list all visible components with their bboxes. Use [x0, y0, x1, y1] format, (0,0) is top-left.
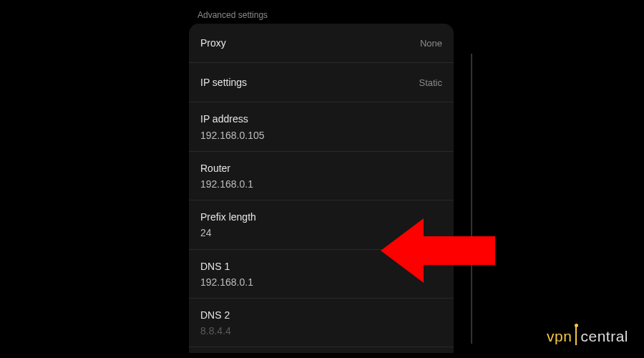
prefix-length-value: 24	[200, 226, 442, 239]
watermark-part1: vpn	[547, 328, 572, 345]
ip-settings-value: Static	[419, 77, 442, 88]
row-ip-address[interactable]: IP address 192.168.0.105	[189, 102, 454, 151]
watermark-part2: central	[580, 328, 628, 345]
ip-settings-label: IP settings	[200, 76, 442, 89]
proxy-label: Proxy	[200, 37, 442, 49]
row-proxy[interactable]: Proxy None	[189, 24, 454, 63]
dns1-label: DNS 1	[200, 260, 442, 273]
watermark-logo: vpn central	[547, 327, 628, 346]
scrollbar[interactable]	[471, 54, 472, 344]
row-dns2[interactable]: DNS 2 8.8.4.4	[189, 299, 454, 347]
router-label: Router	[200, 162, 442, 175]
ip-address-label: IP address	[200, 112, 442, 125]
router-value: 192.168.0.1	[200, 178, 442, 190]
row-router[interactable]: Router 192.168.0.1	[189, 152, 454, 200]
dns2-label: DNS 2	[200, 309, 442, 321]
row-prefix-length[interactable]: Prefix length 24	[189, 200, 454, 249]
row-dns1[interactable]: DNS 1 192.168.0.1	[189, 250, 454, 299]
advanced-settings-panel: Proxy None IP settings Static IP address…	[189, 24, 454, 353]
proxy-value: None	[420, 38, 442, 49]
watermark-divider-icon	[572, 327, 580, 346]
dns2-value: 8.8.4.4	[200, 324, 442, 337]
ip-address-value: 192.168.0.105	[200, 129, 442, 142]
section-title: Advanced settings	[197, 10, 268, 20]
row-ip-settings[interactable]: IP settings Static	[189, 63, 454, 102]
dns1-value: 192.168.0.1	[200, 276, 442, 289]
prefix-length-label: Prefix length	[200, 211, 442, 223]
row-privacy[interactable]: Privacy Use random MAC address	[189, 347, 454, 353]
